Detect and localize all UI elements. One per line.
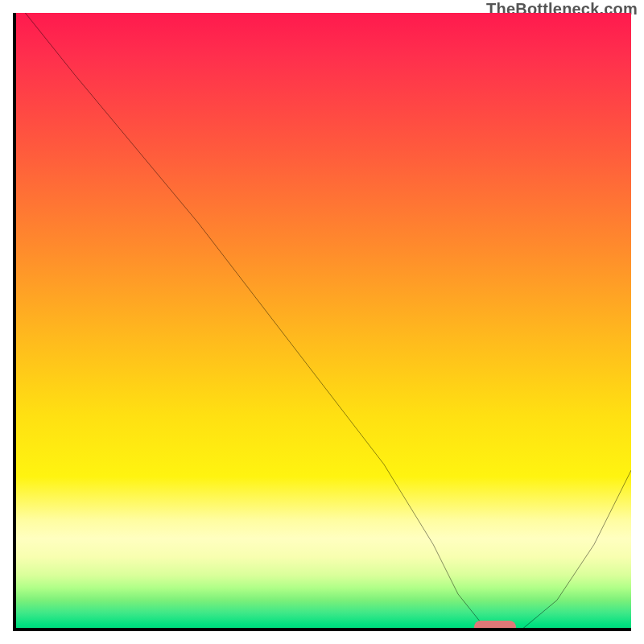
chart-container: TheBottleneck.com: [0, 0, 644, 644]
gradient-background: [13, 13, 631, 631]
plot-area: [13, 13, 631, 631]
target-marker: [474, 621, 516, 631]
